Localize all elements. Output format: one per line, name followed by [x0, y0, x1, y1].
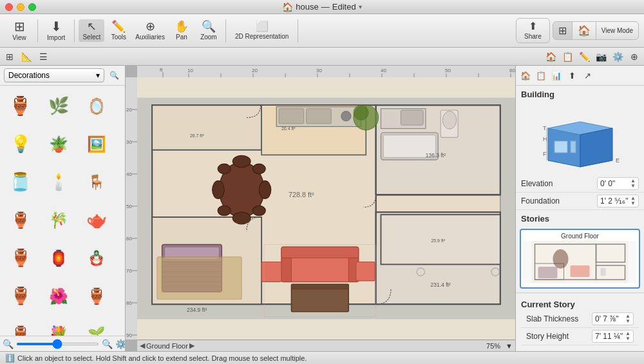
svg-text:60: 60 — [509, 68, 515, 73]
deco-item-orn1[interactable]: 🏺 — [3, 316, 38, 336]
svg-rect-83 — [356, 262, 375, 281]
auxiliaries-tool[interactable]: ⊕ Auxiliaries — [133, 19, 167, 42]
story-height-down[interactable]: ▼ — [625, 336, 630, 341]
ruler-top: ft 10 20 30 40 50 6 — [137, 66, 515, 77]
deco-item-bouquet1[interactable]: 🏺 — [79, 278, 114, 314]
tb2-right3[interactable]: ✏️ — [577, 50, 591, 64]
building-preview: T H F E — [516, 101, 644, 175]
chevron-icon[interactable]: ▾ — [359, 3, 362, 10]
tb2-btn1[interactable]: ⊞ — [3, 50, 17, 64]
slab-thickness-value[interactable]: 0' 7 ⅞" ▲ ▼ — [592, 312, 634, 325]
tb2-btn3[interactable]: ☰ — [36, 50, 50, 64]
deco-item-vase2[interactable]: 🫙 — [3, 164, 38, 200]
floor-selector[interactable]: ◀ Ground Floor ▶ — [140, 341, 194, 350]
left-panel-bottom: 🔍 🔍 ⚙️ — [0, 336, 125, 351]
share-button[interactable]: ⬆ Share — [516, 18, 550, 43]
view-mode-2d[interactable]: ⊞ — [553, 22, 573, 39]
svg-text:70: 70 — [126, 268, 132, 274]
svg-point-60 — [218, 164, 231, 173]
story-height-value[interactable]: 7' 11 ¼" ▲ ▼ — [592, 330, 634, 343]
representation-tool[interactable]: ⬜ 2D Representation — [230, 19, 294, 43]
deco-item-bamboo1[interactable]: 🎋 — [41, 202, 76, 238]
svg-point-56 — [232, 155, 251, 168]
tb2-right2[interactable]: 📋 — [560, 50, 574, 64]
rpt-btn4[interactable]: ⬆ — [565, 68, 579, 82]
floor-plan-svg: 20.4 ft² 728.8 ft² — [137, 77, 515, 340]
elevation-value[interactable]: 0' 0" ▲ ▼ — [597, 177, 639, 190]
view-mode-group: ⊞ 🏠 View Mode — [553, 21, 639, 40]
import-tool[interactable]: ⬇ Import — [42, 17, 70, 44]
deco-item-lantern1[interactable]: 🏮 — [41, 240, 76, 276]
zoom-slider[interactable] — [16, 343, 99, 345]
rpt-btn1[interactable]: 🏠 — [518, 68, 533, 82]
foundation-value[interactable]: 1' 2 ⁵∕₁₆" ▲ ▼ — [597, 195, 639, 207]
tb2-right4[interactable]: 📷 — [594, 50, 608, 64]
deco-item-jar1[interactable]: 🏺 — [3, 240, 38, 276]
minimize-button[interactable] — [17, 3, 24, 11]
deco-item-art1[interactable]: 🖼️ — [79, 126, 114, 162]
ground-floor-thumbnail[interactable]: Ground Floor — [520, 229, 640, 289]
auxiliaries-label: Auxiliaries — [135, 34, 165, 41]
view-label: View — [12, 34, 26, 41]
slab-down[interactable]: ▼ — [625, 319, 630, 324]
view-tool[interactable]: ⊞ View — [5, 17, 33, 44]
settings-icon[interactable]: ⚙️ — [115, 339, 126, 349]
pan-label: Pan — [176, 34, 187, 41]
deco-item-deco1[interactable]: 🪆 — [79, 240, 114, 276]
rpt-btn5[interactable]: ↗ — [580, 68, 594, 82]
deco-item-flower2[interactable]: 🌺 — [41, 278, 76, 314]
window-controls[interactable] — [5, 3, 36, 11]
zoom-tool[interactable]: 🔍 Zoom — [196, 19, 222, 42]
sep1 — [37, 19, 38, 43]
slab-stepper[interactable]: ▲ ▼ — [625, 314, 630, 324]
deco-item-plant2[interactable]: 🪴 — [41, 126, 76, 162]
svg-text:50: 50 — [126, 204, 132, 209]
tb2-right1[interactable]: 🏠 — [544, 50, 558, 64]
floor-next[interactable]: ▶ — [189, 341, 194, 350]
representation-icon: ⬜ — [256, 21, 269, 32]
close-button[interactable] — [5, 3, 13, 11]
search-button[interactable]: 🔍 — [107, 68, 121, 82]
tb2-btn2[interactable]: 📐 — [19, 50, 33, 64]
rpt-btn3[interactable]: 📊 — [549, 68, 564, 82]
deco-item-stool1[interactable]: 🪑 — [79, 164, 114, 200]
view-mode-3d[interactable]: 🏠 — [573, 22, 596, 39]
deco-item-plant1[interactable]: 🌿 — [41, 88, 76, 124]
story-height-stepper[interactable]: ▲ ▼ — [625, 331, 630, 341]
canvas-area[interactable]: ft 10 20 30 40 50 6 — [126, 66, 515, 351]
tb2-right6[interactable]: ⊕ — [627, 50, 641, 64]
status-message: Click an object to select. Hold Shift an… — [17, 354, 307, 362]
floor-prev[interactable]: ◀ — [140, 341, 145, 350]
foundation-down[interactable]: ▼ — [630, 201, 636, 206]
building-title: Building — [516, 86, 644, 101]
pan-tool[interactable]: ✋ Pan — [169, 19, 194, 42]
elevation-stepper[interactable]: ▲ ▼ — [630, 178, 636, 189]
deco-item-pot1[interactable]: 🏺 — [3, 278, 38, 314]
svg-rect-123 — [601, 268, 606, 276]
elevation-down[interactable]: ▼ — [630, 184, 636, 189]
titlebar: 🏠 house — Edited ▾ — [0, 0, 644, 14]
tools-tool[interactable]: ✏️ Tools — [106, 19, 131, 42]
deco-row-5: 🏺 🏮 🪆 — [3, 240, 122, 276]
svg-text:40: 40 — [126, 171, 132, 177]
floor-plan[interactable]: 20.4 ft² 728.8 ft² — [137, 77, 515, 340]
deco-item-vase1[interactable]: 🏺 — [3, 88, 38, 124]
foundation-stepper[interactable]: ▲ ▼ — [630, 196, 636, 206]
category-dropdown[interactable]: Decorations ▾ — [4, 68, 104, 82]
zoom-down-arrow[interactable]: ▼ — [506, 342, 513, 350]
story-thumbnail-svg — [524, 241, 636, 283]
rpt-btn2[interactable]: 📋 — [534, 68, 548, 82]
deco-item-fig1[interactable]: 🌱 — [79, 316, 114, 336]
deco-item-candle1[interactable]: 🕯️ — [41, 164, 76, 200]
deco-item-lamp1[interactable]: 💡 — [3, 126, 38, 162]
deco-item-spr1[interactable]: 💐 — [41, 316, 76, 336]
deco-item-vase3[interactable]: 🫖 — [79, 202, 114, 238]
view-mode-label[interactable]: View Mode — [596, 24, 638, 37]
zoom-in-icon[interactable]: 🔍 — [102, 339, 113, 349]
tb2-right5[interactable]: ⚙️ — [611, 50, 625, 64]
select-tool[interactable]: ↖ Select — [79, 19, 104, 42]
deco-item-beads1[interactable]: 🏺 — [3, 202, 38, 238]
maximize-button[interactable] — [28, 3, 36, 11]
zoom-out-icon[interactable]: 🔍 — [3, 339, 14, 349]
deco-item-mirror1[interactable]: 🪞 — [79, 88, 114, 124]
